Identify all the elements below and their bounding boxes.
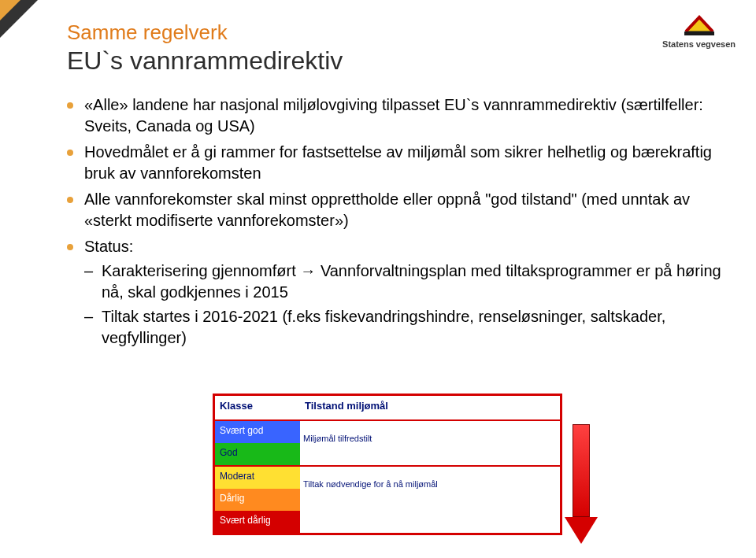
- table-header: Klasse Tilstand miljømål: [215, 396, 560, 419]
- bullet-item: «Alle» landene har nasjonal miljølovgivi…: [67, 94, 728, 137]
- tilstand-cell: Miljømål tilfredstilt: [300, 443, 560, 465]
- table-row: Svært god: [215, 421, 560, 443]
- slide-title: EU`s vannrammedirektiv: [67, 46, 728, 76]
- corner-accent: [0, 0, 38, 38]
- bullet-list: «Alle» landene har nasjonal miljølovgivi…: [67, 94, 728, 349]
- header-tilstand: Tilstand miljømål: [300, 396, 560, 419]
- table-row: God Miljømål tilfredstilt: [215, 443, 560, 465]
- sub-bullet-item: Karakterisering gjennomført → Vannforval…: [84, 261, 728, 303]
- klasse-cell: Moderat: [215, 467, 300, 489]
- bullet-item: Hovedmålet er å gi rammer for fastsettel…: [67, 142, 728, 184]
- tilstand-cell: Tiltak nødvendige for å nå miljømål: [300, 489, 560, 511]
- down-arrow-icon: [565, 424, 598, 544]
- bullet-text: Hovedmålet er å gi rammer for fastsettel…: [84, 143, 712, 182]
- kicker: Samme regelverk: [67, 20, 728, 45]
- sub-bullet-list: Karakterisering gjennomført → Vannforval…: [84, 261, 728, 349]
- bullet-text: Status:: [84, 238, 133, 255]
- goal-label: Tiltak nødvendige for å nå miljømål: [303, 479, 438, 489]
- header-klasse: Klasse: [215, 396, 300, 419]
- klasse-cell: Dårlig: [215, 489, 300, 511]
- status-classification-table: Klasse Tilstand miljømål Svært god God M…: [213, 394, 562, 535]
- klasse-cell: Svært god: [215, 421, 300, 443]
- klasse-cell: God: [215, 443, 300, 465]
- arrow-right-icon: →: [300, 262, 316, 279]
- sub-bullet-item: Tiltak startes i 2016-2021 (f.eks fiskev…: [84, 306, 728, 349]
- bullet-item: Alle vannforekomster skal minst oppretth…: [67, 189, 728, 231]
- bullet-text: «Alle» landene har nasjonal miljølovgivi…: [84, 96, 703, 135]
- klasse-cell: Svært dårlig: [215, 511, 300, 533]
- table-row: Svært dårlig: [215, 511, 560, 533]
- sub-bullet-text: Karakterisering gjennomført: [102, 262, 300, 279]
- bullet-item: Status: Karakterisering gjennomført → Va…: [67, 236, 728, 349]
- tilstand-cell: [300, 511, 560, 533]
- bullet-text: Alle vannforekomster skal minst oppretth…: [84, 190, 690, 229]
- table-row: Dårlig Tiltak nødvendige for å nå miljøm…: [215, 489, 560, 511]
- goal-label: Miljømål tilfredstilt: [303, 434, 372, 443]
- slide-content: Samme regelverk EU`s vannrammedirektiv «…: [67, 20, 728, 353]
- sub-bullet-text: Tiltak startes i 2016-2021 (f.eks fiskev…: [102, 308, 665, 346]
